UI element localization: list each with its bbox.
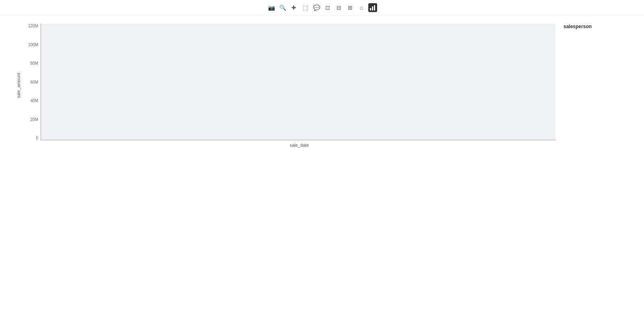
y-tick: 100M [28,43,38,47]
legend-title: salesperson [564,24,628,29]
save-icon[interactable]: ⊡ [323,3,332,12]
x-axis-label: sale_date [43,143,555,148]
select-icon[interactable]: ⬚ [301,3,310,12]
y-tick: 40M [31,98,38,103]
svg-rect-1 [372,6,373,10]
zoom-icon[interactable]: 🔍 [278,3,287,12]
y-tick: 80M [31,61,38,66]
y-tick: 60M [31,80,38,84]
chart-container: sale_amount 120M100M80M60M40M20M0 sale_d… [0,16,644,156]
camera-icon[interactable]: 📷 [267,3,276,12]
svg-rect-0 [370,8,371,10]
chart-icon[interactable] [368,3,377,12]
y-ticks: 120M100M80M60M40M20M0 [23,24,41,140]
svg-rect-2 [374,5,375,10]
minus-icon[interactable]: ⊟ [334,3,343,12]
chart-inner: 120M100M80M60M40M20M0 sale_date [23,24,555,148]
comment-icon[interactable]: 💬 [312,3,321,12]
y-tick: 0 [36,136,38,140]
y-tick: 120M [28,24,38,28]
plot [41,24,555,140]
legend: salesperson [564,24,628,148]
home-icon[interactable]: ⌂ [357,3,366,12]
y-axis-label: sale_amount [16,24,21,148]
plus-icon[interactable]: ✚ [289,3,298,12]
expand-icon[interactable]: ⊞ [346,3,355,12]
y-tick: 20M [31,117,38,122]
toolbar: 📷🔍✚⬚💬⊡⊟⊞⌂ [0,0,644,16]
chart-plot-area: 120M100M80M60M40M20M0 [23,24,555,140]
